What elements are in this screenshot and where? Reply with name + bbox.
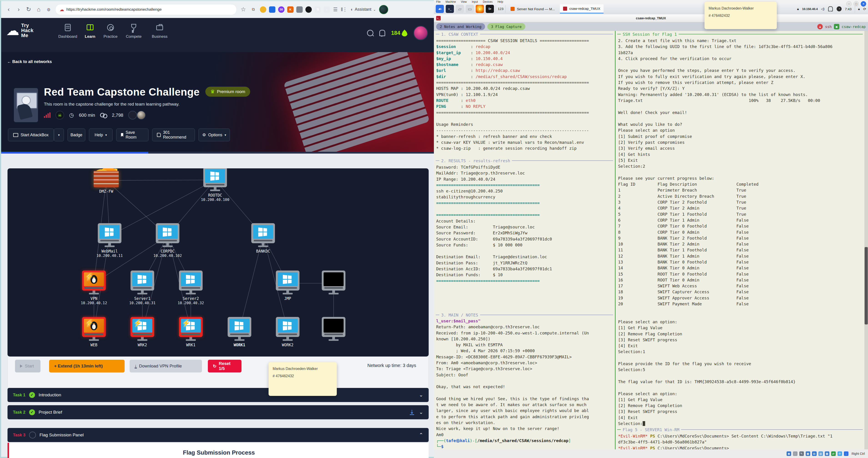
- tmux-pane-separator[interactable]: [615, 31, 616, 449]
- terminal-launcher-icon[interactable]: >_: [446, 5, 454, 13]
- task-chevron-icon[interactable]: ⌄: [419, 409, 423, 415]
- pane-ssh-flag1[interactable]: 2. Create a text file with this name: Tr…: [618, 38, 864, 427]
- firefox-icon[interactable]: ◗: [476, 5, 484, 13]
- scrollbar-track[interactable]: [864, 31, 868, 449]
- scrollbar-thumb[interactable]: [865, 247, 868, 325]
- address-bar[interactable]: ☁ https://tryhackme.com/room/redteamcaps…: [55, 4, 237, 15]
- extension-icon[interactable]: [269, 6, 275, 13]
- network-node-BANKDC[interactable]: BANKDC: [247, 223, 279, 253]
- network-node-VPN[interactable]: ⚡VPN10.200.40.12: [78, 271, 110, 305]
- folder-icon[interactable]: ▭: [466, 5, 474, 13]
- network-node-CORPDC[interactable]: CORPDC10.200.40.102: [152, 223, 184, 258]
- network-node-Server2[interactable]: Server210.200.40.32: [175, 271, 207, 305]
- share-icon[interactable]: ⧉: [250, 7, 257, 12]
- notification-bell-icon[interactable]: [828, 6, 833, 11]
- network-reset-button[interactable]: ↻ Reset 1/5: [208, 360, 242, 372]
- sidebar-toggle-icon[interactable]: ‖⋮: [341, 7, 347, 12]
- taskbar-window-button[interactable]: csaw-redcap_TMUX: [560, 4, 603, 13]
- screenlock-icon[interactable]: 🔒︎: [858, 7, 860, 11]
- menu-item[interactable]: File: [436, 0, 440, 3]
- sticky-note[interactable]: Markus Dachroeden-Walker # 476462432: [705, 2, 777, 29]
- browser-profile-avatar[interactable]: [379, 5, 388, 14]
- volume-icon[interactable]: ◁): [821, 7, 824, 11]
- menu-item[interactable]: Input: [472, 0, 478, 3]
- workspace-button[interactable]: 3: [502, 7, 503, 11]
- save-room-button[interactable]: Save Room: [116, 128, 149, 141]
- vm-titlebar[interactable]: >_ csaw-redcap_TMUX: [434, 14, 868, 22]
- network-start-button[interactable]: Start: [15, 360, 40, 372]
- network-node-ROOTDC[interactable]: ROOTDC10.200.40.100: [199, 169, 231, 202]
- pane-flag5-winrm[interactable]: *Evil-WinRM* PS C:\Users\MdCoreSvc\Docum…: [618, 433, 864, 449]
- extension-icon[interactable]: [305, 6, 312, 13]
- extension-icon[interactable]: K: [287, 6, 293, 13]
- pane-csaw-context[interactable]: ==================== CSAW SESSION DETAIL…: [436, 38, 614, 152]
- network-node-BLACK2[interactable]: [318, 317, 349, 341]
- network-node-BLACK1[interactable]: [318, 271, 349, 295]
- task-download-icon[interactable]: ⇣: [410, 410, 414, 415]
- streak-counter[interactable]: 184: [391, 30, 407, 36]
- mic-icon[interactable]: ◍: [45, 7, 52, 12]
- badge-button[interactable]: Badge: [67, 128, 85, 141]
- kali-menu-icon[interactable]: ☙: [436, 5, 444, 13]
- forward-icon[interactable]: ›: [15, 6, 22, 13]
- tmux-terminal[interactable]: 1. CSAW CONTEXT ==================== CSA…: [434, 31, 868, 449]
- network-diagram[interactable]: DMZ-FWROOTDC10.200.40.100WebMail10.200.4…: [7, 169, 429, 357]
- back-icon[interactable]: ‹: [5, 6, 12, 13]
- task-row[interactable]: Task 3 Flag Submission Panel ⌃: [7, 428, 429, 442]
- menu-item[interactable]: Devices: [483, 0, 493, 3]
- options-button[interactable]: ⚙Options▾: [198, 128, 230, 141]
- thm-avatar[interactable]: [413, 26, 428, 40]
- network-node-WORK1[interactable]: WORK1: [223, 317, 255, 347]
- terminal-dark-icon[interactable]: $▾: [486, 5, 494, 13]
- tmux-window-tab-3[interactable]: 3 Flag Capture: [487, 23, 525, 30]
- maximize-button[interactable]: ▢: [854, 1, 859, 7]
- task-row[interactable]: Task 2 ✓ Project Brief ⇣ ⌄: [7, 405, 429, 419]
- menu-item[interactable]: Help: [498, 0, 503, 3]
- taskbar-window-button[interactable]: Server Not Found — M...: [507, 4, 558, 13]
- network-node-JMP[interactable]: JMP: [272, 271, 304, 301]
- pane-results[interactable]: Password: TCmfGPoiffsiDydEMailAddr: Tria…: [436, 164, 614, 284]
- logout-icon[interactable]: ⟳: [863, 7, 866, 11]
- assistant-button[interactable]: ◖ Assistant ⌄: [350, 7, 376, 12]
- network-node-WEB[interactable]: ⚡WEB: [78, 317, 110, 347]
- download-vpn-button[interactable]: ↓ Download VPN Profile: [130, 360, 202, 372]
- network-node-Server1[interactable]: Server110.200.40.31: [126, 271, 158, 305]
- reload-icon[interactable]: ↻: [25, 6, 32, 13]
- back-to-networks-link[interactable]: ← Back to all networks: [7, 59, 52, 64]
- thm-nav-item[interactable]: Dashboard: [55, 24, 80, 39]
- menu-item[interactable]: View: [461, 0, 467, 3]
- start-attackbox-button[interactable]: Start AttackBox: [8, 128, 54, 141]
- extension-icon[interactable]: [296, 6, 303, 13]
- start-attackbox-dropdown[interactable]: ▾: [54, 128, 64, 141]
- thm-nav-item[interactable]: Compete: [121, 24, 146, 39]
- menu-item[interactable]: Machine: [445, 0, 456, 3]
- extension-icon[interactable]: 30: [278, 6, 284, 13]
- network-node-WRK2[interactable]: ⚡WRK2: [126, 317, 158, 347]
- workspace-button[interactable]: 2: [500, 7, 501, 11]
- extension-icon[interactable]: [260, 6, 266, 13]
- extension-icon[interactable]: ⚗: [314, 6, 321, 13]
- close-button[interactable]: ✕: [861, 1, 866, 7]
- sticky-note[interactable]: Markus Dachroeden-Walker # 476462432: [269, 362, 337, 396]
- home-icon[interactable]: ⌂: [35, 6, 42, 13]
- network-node-WORK2[interactable]: WORK2: [272, 317, 304, 347]
- thm-nav-item[interactable]: Practice: [98, 24, 123, 39]
- tmux-window-tab-2[interactable]: 2 Notes and Working: [436, 23, 485, 30]
- thm-nav-item[interactable]: Business: [147, 24, 172, 39]
- network-extend-button[interactable]: + Extend (1h 13min left): [49, 360, 125, 372]
- pane-main-notes[interactable]: l_user:$mail_pass"Return-Path: amoebaman…: [436, 318, 614, 449]
- task-row[interactable]: Task 1 ✓ Introduction ⌄: [7, 388, 429, 402]
- recommend-button[interactable]: 301 Recommend: [152, 128, 195, 141]
- network-node-WebMail[interactable]: WebMail10.200.40.11: [94, 223, 126, 258]
- network-node-WRK1[interactable]: ⚡WRK1: [175, 317, 207, 347]
- network-node-DMZ-FW[interactable]: DMZ-FW: [90, 169, 122, 194]
- files-icon[interactable]: ▱: [456, 5, 464, 13]
- bookmark-star-icon[interactable]: ☆: [240, 6, 247, 13]
- notifications-bell-icon[interactable]: [379, 30, 385, 36]
- menu-icon[interactable]: ☰: [333, 7, 338, 12]
- thm-logo[interactable]: ☁ TryHackMe: [6, 23, 34, 38]
- minimize-button[interactable]: ─: [846, 1, 851, 7]
- url-text[interactable]: https://tryhackme.com/room/redteamcapsto…: [66, 7, 162, 12]
- task-chevron-icon[interactable]: ⌃: [419, 432, 423, 438]
- extension-icon[interactable]: ↓: [323, 6, 330, 13]
